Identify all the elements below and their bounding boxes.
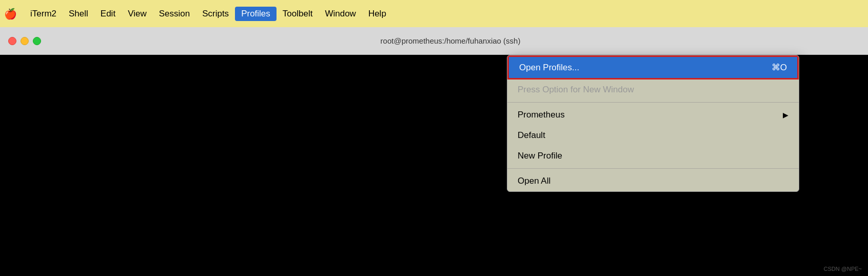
menubar-item-profiles[interactable]: Profiles: [235, 7, 277, 21]
press-option-label: Press Option for New Window: [518, 85, 634, 95]
menubar-item-iterm2[interactable]: iTerm2: [24, 7, 63, 21]
watermark: CSDN @NPE~: [824, 266, 862, 272]
menubar-item-help[interactable]: Help: [362, 7, 392, 21]
menubar-item-scripts[interactable]: Scripts: [196, 7, 235, 21]
submenu-arrow-icon: ▶: [783, 111, 788, 119]
window-chrome: root@prometheus:/home/fuhanxiao (ssh): [0, 27, 868, 55]
menubar-item-edit[interactable]: Edit: [94, 7, 122, 21]
dropdown-item-open-all[interactable]: Open All: [507, 171, 799, 191]
prometheus-label: Prometheus: [518, 110, 565, 120]
dropdown-divider-2: [507, 168, 799, 169]
close-button[interactable]: [8, 37, 16, 45]
dropdown-item-new-profile[interactable]: New Profile: [507, 146, 799, 166]
dropdown-item-default[interactable]: Default: [507, 125, 799, 146]
window-title: root@prometheus:/home/fuhanxiao (ssh): [41, 36, 860, 45]
terminal-area: Open Profiles... ⌘O Press Option for New…: [0, 55, 868, 276]
open-profiles-label: Open Profiles...: [519, 63, 579, 73]
menubar-item-toolbelt[interactable]: Toolbelt: [277, 7, 319, 21]
apple-menu-icon[interactable]: 🍎: [4, 8, 17, 20]
traffic-lights: [8, 37, 41, 45]
dropdown-item-press-option: Press Option for New Window: [507, 80, 799, 100]
minimize-button[interactable]: [21, 37, 29, 45]
menubar-item-window[interactable]: Window: [319, 7, 362, 21]
menubar-item-shell[interactable]: Shell: [63, 7, 94, 21]
open-profiles-shortcut: ⌘O: [772, 62, 787, 73]
default-label: Default: [518, 130, 545, 141]
maximize-button[interactable]: [33, 37, 41, 45]
dropdown-item-open-profiles[interactable]: Open Profiles... ⌘O: [507, 55, 799, 80]
menubar-item-session[interactable]: Session: [153, 7, 196, 21]
menubar: 🍎 iTerm2 Shell Edit View Session Scripts…: [0, 0, 868, 27]
dropdown-divider-1: [507, 102, 799, 103]
dropdown-item-prometheus[interactable]: Prometheus ▶: [507, 105, 799, 125]
menubar-item-view[interactable]: View: [122, 7, 153, 21]
profiles-dropdown-menu: Open Profiles... ⌘O Press Option for New…: [507, 55, 799, 192]
new-profile-label: New Profile: [518, 151, 562, 161]
open-all-label: Open All: [518, 176, 550, 186]
